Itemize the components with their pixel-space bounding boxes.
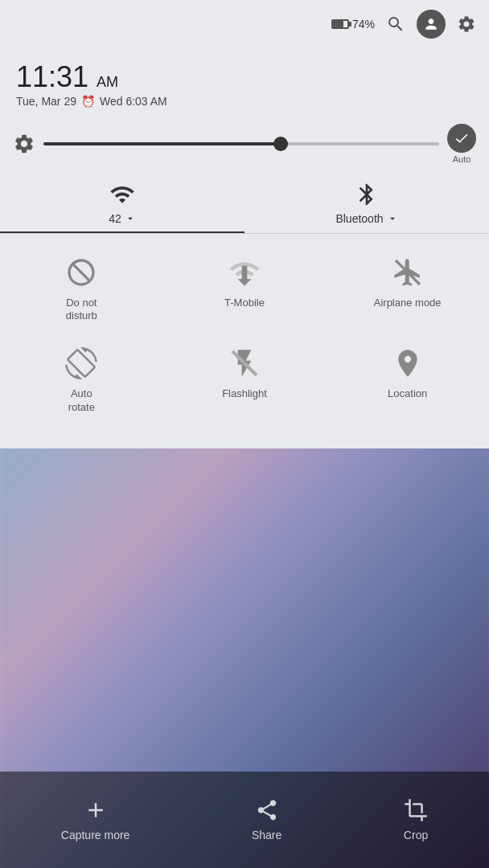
tile-auto-rotate[interactable]: Autorotate: [0, 334, 163, 426]
account-icon[interactable]: [417, 10, 446, 39]
search-icon[interactable]: [386, 14, 405, 34]
bluetooth-icon: [354, 182, 380, 207]
tile-airplane-mode[interactable]: Airplane mode: [326, 244, 489, 335]
connectivity-tiles: 42 Bluetooth: [0, 174, 489, 234]
capture-more-label: Capture more: [61, 829, 130, 841]
auto-brightness-button[interactable]: Auto: [447, 124, 476, 164]
bluetooth-label-row: Bluetooth: [335, 212, 397, 225]
tile-location[interactable]: Location: [326, 334, 489, 426]
share-label: Share: [252, 829, 281, 841]
location-label: Location: [388, 387, 427, 401]
airplane-label: Airplane mode: [374, 297, 442, 310]
auto-check-icon: [447, 124, 476, 153]
bottom-toolbar: Capture more Share Crop: [0, 772, 489, 868]
wifi-network-label: 42: [109, 212, 136, 225]
tile-flashlight[interactable]: Flashlight: [163, 334, 327, 426]
bluetooth-tile[interactable]: Bluetooth: [244, 174, 489, 233]
time-value: 11:31: [16, 60, 88, 93]
status-bar: 74%: [0, 0, 489, 48]
dnd-label: Do notdisturb: [66, 297, 97, 324]
brightness-row: Auto: [0, 117, 489, 170]
share-icon: [255, 798, 279, 822]
alarm-time: Wed 6:03 AM: [100, 95, 167, 108]
plus-icon: [84, 798, 108, 822]
battery-indicator: 74%: [331, 18, 375, 31]
crop-button[interactable]: Crop: [404, 798, 428, 841]
wifi-icon: [109, 182, 135, 207]
crop-label: Crop: [404, 829, 428, 841]
dnd-icon: [64, 255, 99, 290]
wifi-tile[interactable]: 42: [0, 174, 244, 233]
bluetooth-label: Bluetooth: [335, 212, 383, 225]
tile-do-not-disturb[interactable]: Do notdisturb: [0, 244, 163, 335]
flashlight-label: Flashlight: [222, 387, 267, 401]
location-icon: [390, 346, 425, 381]
share-button[interactable]: Share: [252, 798, 281, 841]
auto-rotate-label: Autorotate: [68, 387, 95, 415]
t-mobile-label: T-Mobile: [224, 297, 265, 310]
auto-brightness-icon[interactable]: [13, 133, 35, 155]
battery-icon: [331, 19, 349, 29]
date-value: Tue, Mar 29: [16, 95, 76, 108]
auto-label: Auto: [453, 154, 471, 164]
alarm-icon: ⏰: [81, 95, 95, 108]
datetime-section: 11:31 AM Tue, Mar 29 ⏰ Wed 6:03 AM: [0, 48, 489, 117]
rotate-icon: [64, 346, 99, 381]
crop-icon: [404, 798, 428, 822]
battery-percentage: 74%: [352, 18, 375, 31]
brightness-slider[interactable]: [43, 142, 439, 145]
quick-tiles-grid: Do notdisturb T-Mobile Airplane mode: [0, 237, 489, 433]
time-display: 11:31 AM: [16, 61, 473, 93]
airplane-icon: [390, 255, 425, 290]
ampm-value: AM: [97, 74, 118, 90]
tile-t-mobile[interactable]: T-Mobile: [163, 244, 327, 335]
date-display: Tue, Mar 29 ⏰ Wed 6:03 AM: [16, 95, 473, 108]
capture-more-button[interactable]: Capture more: [61, 798, 130, 841]
signal-icon: [227, 255, 262, 290]
flashlight-icon: [227, 346, 262, 381]
settings-icon[interactable]: [457, 14, 476, 34]
notification-panel: 11:31 AM Tue, Mar 29 ⏰ Wed 6:03 AM: [0, 48, 489, 448]
